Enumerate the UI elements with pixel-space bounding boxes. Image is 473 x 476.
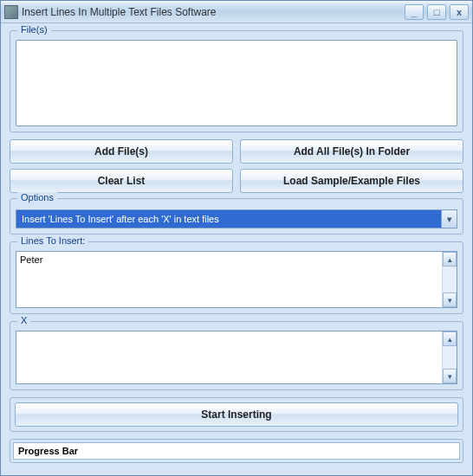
app-icon — [4, 5, 18, 19]
minimize-button[interactable]: _ — [405, 4, 424, 20]
content-area: File(s) Add File(s) Add All File(s) In F… — [1, 23, 472, 470]
scrollbar[interactable]: ▴ ▾ — [442, 252, 457, 307]
button-row-1: Add File(s) Add All File(s) In Folder — [10, 139, 463, 164]
scroll-up-icon[interactable]: ▴ — [443, 252, 457, 267]
options-dropdown[interactable]: Insert 'Lines To Insert' after each 'X' … — [16, 209, 457, 228]
scroll-up-icon[interactable]: ▴ — [443, 331, 457, 346]
scrollbar[interactable]: ▴ ▾ — [442, 331, 457, 383]
x-input[interactable] — [16, 331, 442, 383]
lines-to-insert-wrap: ▴ ▾ — [16, 251, 457, 308]
lines-to-insert-input[interactable] — [16, 252, 442, 307]
app-window: Insert Lines In Multiple Text Files Soft… — [0, 0, 473, 476]
scroll-track[interactable] — [443, 346, 457, 369]
maximize-button[interactable]: □ — [427, 4, 446, 20]
x-group: X ▴ ▾ — [10, 321, 463, 390]
load-sample-button[interactable]: Load Sample/Example Files — [240, 169, 463, 193]
chevron-down-icon: ▾ — [441, 210, 457, 228]
window-title: Insert Lines In Multiple Text Files Soft… — [22, 6, 405, 18]
scroll-track[interactable] — [443, 267, 457, 293]
button-row-2: Clear List Load Sample/Example Files — [10, 169, 463, 193]
lines-to-insert-label: Lines To Insert: — [17, 235, 88, 246]
progress-frame: Progress Bar — [10, 439, 463, 463]
options-label: Options — [17, 192, 57, 203]
progress-bar-label: Progress Bar — [13, 442, 460, 460]
x-label: X — [17, 315, 30, 325]
scroll-down-icon[interactable]: ▾ — [443, 369, 457, 383]
lines-to-insert-group: Lines To Insert: ▴ ▾ — [10, 241, 463, 314]
titlebar: Insert Lines In Multiple Text Files Soft… — [1, 1, 472, 23]
add-all-folder-button[interactable]: Add All File(s) In Folder — [240, 139, 463, 164]
options-group: Options Insert 'Lines To Insert' after e… — [10, 198, 463, 235]
files-label: File(s) — [17, 24, 51, 35]
start-group: Start Inserting — [10, 397, 463, 432]
window-controls: _ □ x — [405, 4, 469, 20]
scroll-down-icon[interactable]: ▾ — [443, 293, 457, 307]
add-files-button[interactable]: Add File(s) — [10, 139, 233, 164]
x-wrap: ▴ ▾ — [16, 331, 457, 384]
options-selected: Insert 'Lines To Insert' after each 'X' … — [16, 214, 441, 224]
clear-list-button[interactable]: Clear List — [10, 169, 233, 193]
close-button[interactable]: x — [450, 4, 469, 20]
files-listbox[interactable] — [16, 40, 457, 126]
files-group: File(s) — [10, 30, 463, 132]
start-inserting-button[interactable]: Start Inserting — [15, 402, 458, 427]
